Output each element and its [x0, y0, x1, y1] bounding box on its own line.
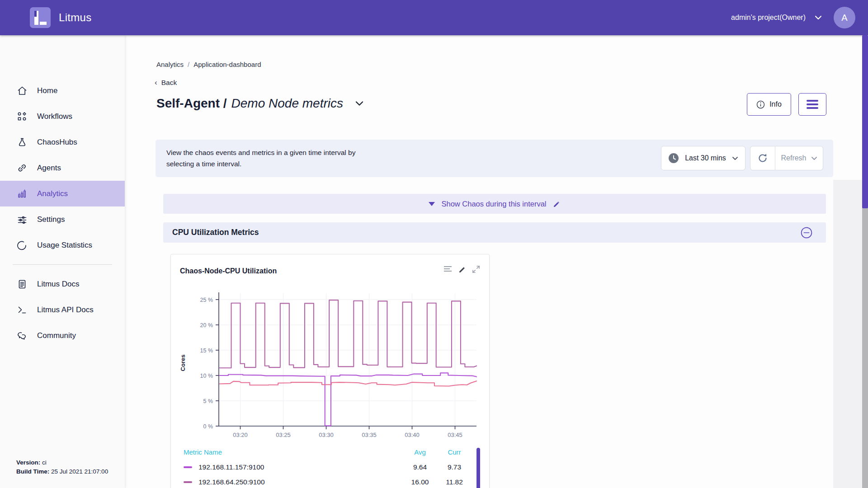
- svg-text:03:25: 03:25: [276, 432, 291, 438]
- sidebar-item-home[interactable]: Home: [0, 78, 125, 103]
- community-icon: [17, 331, 27, 341]
- chart-fullscreen-icon[interactable]: [472, 265, 480, 273]
- svg-text:15 %: 15 %: [200, 347, 213, 354]
- time-range-value: Last 30 mins: [685, 154, 726, 162]
- collapse-section-button[interactable]: [801, 227, 812, 239]
- chart-card: Chaos-Node-CPU Utilization 0 %5 %10 %15 …: [170, 254, 490, 488]
- brand: Litmus: [30, 7, 92, 28]
- chevron-left-icon: ‹: [155, 78, 157, 87]
- main-content: Analytics / Application-dashboard ‹ Back…: [125, 35, 868, 488]
- project-selector-label: admin's project(Owner): [731, 14, 806, 22]
- sidebar-item-label: Community: [37, 331, 76, 340]
- refresh-label: Refresh: [781, 154, 806, 162]
- sidebar-item-label: Litmus API Docs: [37, 305, 94, 314]
- svg-text:03:30: 03:30: [319, 432, 334, 438]
- time-range-select[interactable]: Last 30 mins: [661, 146, 745, 170]
- chevron-down-icon: [732, 156, 738, 160]
- home-icon: [17, 86, 27, 96]
- series-color-dash: [184, 481, 192, 483]
- chart-data-list-icon[interactable]: [444, 266, 453, 273]
- agents-icon: [17, 163, 27, 173]
- metric-avg: 9.64: [406, 463, 434, 471]
- legend-header-row: Metric NameAvgCurr: [184, 444, 468, 460]
- project-selector[interactable]: admin's project(Owner): [731, 14, 822, 22]
- brand-name: Litmus: [59, 11, 92, 24]
- refresh-icon: [757, 153, 768, 164]
- avatar[interactable]: A: [834, 7, 855, 28]
- top-navbar: Litmus admin's project(Owner) A: [0, 0, 868, 35]
- info-label: Info: [769, 100, 782, 108]
- clock-icon: [668, 153, 679, 164]
- chaoshubs-icon: [17, 137, 27, 147]
- sidebar-item-label: Litmus Docs: [37, 280, 80, 289]
- dashboard-options-button[interactable]: [798, 93, 826, 116]
- sidebar-item-label: ChaosHubs: [37, 138, 77, 147]
- info-icon: [756, 100, 765, 109]
- api-docs-icon: [17, 305, 27, 315]
- time-interval-banner: View the chaos events and metrics in a g…: [156, 140, 833, 177]
- chart-edit-pencil-icon[interactable]: [458, 266, 466, 273]
- metric-name: 192.168.64.250:9100: [198, 478, 265, 486]
- sidebar-item-workflows[interactable]: Workflows: [0, 103, 125, 129]
- legend-row[interactable]: 192.168.64.250:910016.0011.82: [184, 474, 468, 488]
- series-color-dash: [184, 466, 192, 468]
- info-button[interactable]: Info: [747, 93, 791, 116]
- content-gutter: [833, 180, 862, 488]
- breadcrumb: Analytics / Application-dashboard: [156, 61, 261, 68]
- legend-row[interactable]: 192.168.11.157:91009.649.73: [184, 460, 468, 474]
- sidebar-item-label: Agents: [37, 164, 61, 173]
- sidebar-item-label: Workflows: [37, 112, 72, 121]
- cpu-utilization-chart: 0 %5 %10 %15 %20 %25 %03:2003:2503:3003:…: [177, 282, 483, 441]
- edit-pencil-icon[interactable]: [553, 200, 561, 208]
- back-button[interactable]: ‹ Back: [155, 78, 177, 87]
- analytics-icon: [17, 189, 27, 199]
- cpu-metrics-section-header: CPU Utilization Metrics: [163, 222, 826, 243]
- sidebar-item-label: Home: [37, 86, 57, 95]
- svg-text:25 %: 25 %: [200, 297, 213, 303]
- svg-text:03:35: 03:35: [362, 432, 377, 438]
- sidebar-item-label: Analytics: [37, 189, 68, 198]
- metric-avg: 16.00: [406, 478, 434, 486]
- settings-icon: [17, 215, 27, 225]
- version-info: Version: ci Build Time: 25 Jul 2021 21:0…: [16, 458, 108, 476]
- svg-text:20 %: 20 %: [200, 322, 213, 328]
- svg-text:10 %: 10 %: [200, 373, 213, 379]
- menu-icon: [807, 100, 818, 109]
- docs-icon: [17, 279, 27, 289]
- sidebar-item-usage-statistics[interactable]: Usage Statistics: [0, 232, 125, 258]
- breadcrumb-application-dashboard[interactable]: Application-dashboard: [193, 61, 261, 68]
- svg-text:03:45: 03:45: [448, 432, 462, 438]
- sidebar: HomeWorkflowsChaosHubsAgentsAnalyticsSet…: [0, 35, 125, 488]
- chevron-down-icon: [811, 156, 817, 160]
- sidebar-item-litmus-docs[interactable]: Litmus Docs: [0, 271, 125, 297]
- triangle-down-icon: [429, 202, 435, 206]
- metric-name: 192.168.11.157:9100: [198, 463, 264, 471]
- sidebar-item-analytics[interactable]: Analytics: [0, 181, 125, 206]
- sidebar-item-agents[interactable]: Agents: [0, 155, 125, 181]
- section-title: CPU Utilization Metrics: [172, 228, 259, 237]
- sidebar-item-chaoshubs[interactable]: ChaosHubs: [0, 129, 125, 155]
- refresh-now-button[interactable]: [750, 146, 775, 170]
- workflows-icon: [17, 112, 27, 122]
- page-scrollbar-track[interactable]: [862, 35, 868, 488]
- metric-curr: 11.82: [440, 478, 468, 486]
- agent-name: Self-Agent /: [156, 96, 227, 111]
- svg-text:03:40: 03:40: [405, 432, 420, 438]
- svg-text:03:20: 03:20: [233, 432, 248, 438]
- legend-scrollbar-thumb[interactable]: [476, 448, 480, 488]
- svg-text:5 %: 5 %: [203, 398, 213, 404]
- show-chaos-toggle[interactable]: Show Chaos during this interval: [163, 194, 826, 214]
- litmus-logo-icon: [30, 7, 51, 28]
- show-chaos-label: Show Chaos during this interval: [441, 200, 546, 208]
- minus-circle-icon: [801, 227, 812, 239]
- refresh-interval-select[interactable]: Refresh: [775, 146, 823, 170]
- breadcrumb-analytics[interactable]: Analytics: [156, 61, 184, 68]
- sidebar-item-litmus-api-docs[interactable]: Litmus API Docs: [0, 297, 125, 323]
- sidebar-item-settings[interactable]: Settings: [0, 206, 125, 232]
- page-title: Self-Agent / Demo Node metrics: [156, 96, 364, 111]
- sidebar-item-community[interactable]: Community: [0, 323, 125, 348]
- sidebar-item-label: Settings: [37, 215, 65, 224]
- page-scrollbar-thumb[interactable]: [862, 35, 868, 208]
- dashboard-switch-chevron-icon[interactable]: [355, 101, 364, 106]
- chevron-down-icon: [815, 15, 822, 20]
